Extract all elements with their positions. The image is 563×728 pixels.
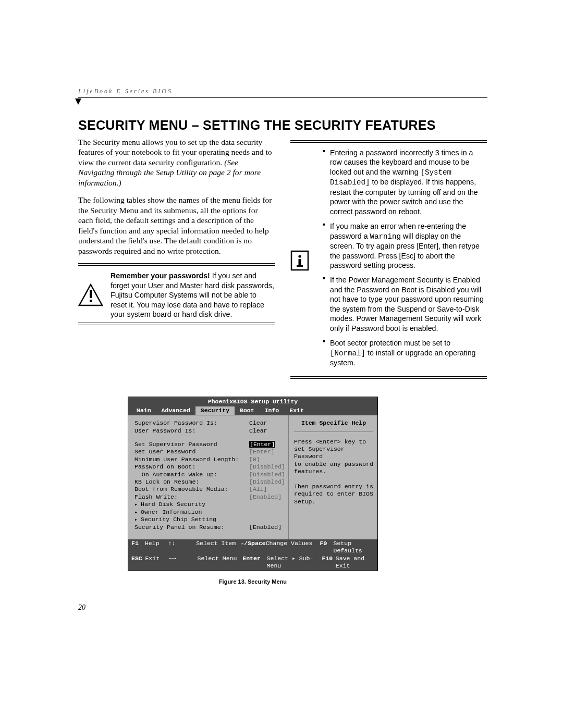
bios-field: Password on Boot:[Disabled] [134,463,285,471]
bios-tab-exit: Exit [284,406,309,415]
svg-rect-6 [297,265,303,267]
divider [78,263,275,266]
divider [290,140,487,143]
bios-field: Set User Password[Enter] [134,448,285,455]
bios-tabbar: MainAdvancedSecurityBootInfoExit [128,406,377,415]
bios-field: User Password Is:Clear [134,427,285,435]
bios-tab-boot: Boot [235,406,260,415]
info-icon [290,250,315,271]
left-column: The Security menu allows you to set up t… [78,137,275,384]
bios-help-pane: Item Specific Help Press <Enter> key tos… [289,415,377,539]
bios-field: Minimum User Password Length:[0] [134,456,285,463]
bios-field: Security Chip Setting [134,516,285,524]
bios-tab-advanced: Advanced [156,406,195,415]
svg-rect-2 [90,300,92,302]
page-number: 20 [78,603,85,612]
section-heading: SECURITY MENU – SETTING THE SECURITY FEA… [78,118,487,133]
intro-paragraph-1: The Security menu allows you to set up t… [78,137,275,188]
warning-note: Remember your passwords! If you set and … [111,271,275,319]
bios-field: Boot from Removable Media:[All] [134,486,285,493]
figure-caption: Figure 13. Security Menu [128,578,378,585]
bios-fields: Supervisor Password Is:ClearUser Passwor… [128,415,289,539]
bios-field: Security Panel on Resume:[Enabled] [134,524,285,531]
bios-tab-security: Security [195,406,235,415]
right-column: Entering a password incorrectly 3 times … [290,137,487,384]
svg-point-4 [298,255,301,257]
bios-key-legend: F1Help↑↓Select Item-/SpaceChange ValuesF… [128,539,377,571]
divider [78,323,275,325]
svg-rect-5 [299,259,301,266]
intro-paragraph-2: The following tables show the names of t… [78,195,275,256]
info-note-list: Entering a password incorrectly 3 times … [323,148,487,373]
bios-field: On Automatic Wake up:[Disabled] [134,471,285,478]
bios-field: Hard Disk Security [134,501,285,509]
svg-rect-1 [90,290,92,298]
bios-field: KB Lock on Resume:[Disabled] [134,478,285,486]
bios-field: Set Supervisor Password[Enter] [134,441,285,448]
bios-tab-main: Main [131,406,156,415]
warning-icon [78,271,103,319]
bios-tab-info: Info [260,406,285,415]
divider [290,376,487,379]
bios-field: Owner Information [134,509,285,516]
bios-title: PhoenixBIOS Setup Utility [128,397,377,406]
bios-field: Supervisor Password Is:Clear [134,419,285,427]
bios-field: Flash Write:[Enabled] [134,493,285,501]
bios-screenshot: PhoenixBIOS Setup Utility MainAdvancedSe… [128,397,378,572]
running-header: LifeBook E Series BIOS [78,88,487,98]
